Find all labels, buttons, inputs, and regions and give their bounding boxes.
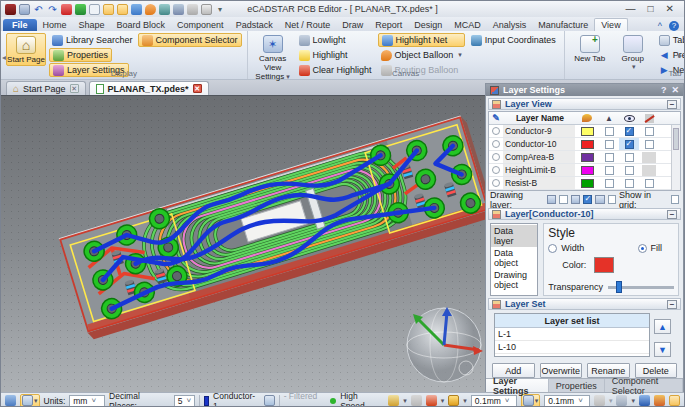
panel-tab-layer-settings[interactable]: Layer Settings: [486, 379, 549, 392]
grid-size-select-2[interactable]: 0.1mm: [544, 395, 590, 407]
decimal-places-select[interactable]: 5: [174, 395, 195, 407]
lock-checkbox[interactable]: [645, 179, 654, 188]
highlight-net-button[interactable]: Highlight Net: [378, 33, 465, 47]
properties-button[interactable]: Properties: [49, 48, 112, 62]
panel-header[interactable]: Layer Settings ? ✕: [486, 84, 683, 96]
panel-help-icon[interactable]: ?: [661, 84, 667, 96]
undo-icon[interactable]: [33, 4, 44, 15]
hole-mode-icon[interactable]: [448, 395, 459, 406]
ribbon-overflow-right-icon[interactable]: ▸: [678, 51, 682, 60]
filter-status[interactable]: - Filtered -: [284, 391, 323, 407]
tab-manufacture[interactable]: Manufacture: [532, 19, 594, 31]
tab-home[interactable]: Home: [37, 19, 73, 31]
cell-icon[interactable]: [173, 4, 184, 15]
group-tabs-button[interactable]: Group: [613, 33, 653, 72]
new-tab-button[interactable]: New Tab: [570, 33, 610, 64]
qat-overflow-icon[interactable]: ▾: [218, 5, 222, 14]
layer-radio[interactable]: [492, 153, 500, 161]
tab-analysis[interactable]: Analysis: [487, 19, 533, 31]
visible-checkbox[interactable]: [625, 153, 634, 162]
select-checkbox[interactable]: [605, 140, 614, 149]
list-item-drawing-object[interactable]: Drawing object: [491, 269, 537, 291]
collapse-layer-set-icon[interactable]: −: [667, 300, 677, 309]
select-checkbox[interactable]: [605, 127, 614, 136]
layer-row-conductor-10[interactable]: Conductor-10: [489, 138, 680, 151]
object-balloon-icon[interactable]: [145, 4, 156, 15]
layer-pair-icon[interactable]: [264, 395, 275, 406]
ribbon-collapse-icon[interactable]: ^: [658, 21, 662, 31]
active-layer-label[interactable]: Conductor-1: [213, 391, 260, 407]
tab-list-button[interactable]: Tab List: [656, 33, 685, 47]
detail-list[interactable]: Data layer Data object Drawing object: [490, 223, 538, 296]
save-icon[interactable]: [19, 4, 30, 15]
fill-radio[interactable]: [638, 244, 647, 253]
select-checkbox[interactable]: [605, 153, 614, 162]
maximize-button[interactable]: □: [648, 2, 654, 16]
layer-set-list[interactable]: Layer set list L-1 L-10: [494, 313, 650, 357]
search-icon[interactable]: [639, 395, 650, 406]
visible-checkbox[interactable]: [625, 179, 634, 188]
layer-color-swatch[interactable]: [581, 140, 594, 149]
layer-settings-quick-icon[interactable]: [654, 395, 665, 406]
move-down-button[interactable]: ▼: [654, 342, 671, 357]
show-in-grid-checkbox[interactable]: [671, 195, 680, 204]
highlight-icon[interactable]: [103, 4, 114, 15]
close-doc-icon[interactable]: ✕: [70, 84, 79, 93]
close-doc-icon-active[interactable]: ✕: [193, 84, 202, 93]
transparency-slider[interactable]: [608, 281, 674, 293]
app-logo-icon[interactable]: [5, 4, 16, 15]
doc-tab-start-page[interactable]: ⌂ Start Page ✕: [6, 81, 86, 95]
collapse-layer-detail-icon[interactable]: −: [667, 210, 677, 219]
net-route-icon[interactable]: [131, 4, 142, 15]
layer-row-comparea-b[interactable]: CompArea-B: [489, 151, 680, 164]
layer-radio[interactable]: [492, 140, 500, 148]
grid-toggle-button[interactable]: ▾: [521, 394, 541, 407]
tab-board-block[interactable]: Board Block: [111, 19, 172, 31]
object-balloon-button[interactable]: Object Balloon: [378, 48, 465, 62]
panel-tab-properties[interactable]: Properties: [549, 379, 605, 392]
drawing-layer-checkbox-1[interactable]: [559, 195, 568, 204]
drawing-layer-checkbox-3[interactable]: [608, 195, 617, 204]
redo-icon[interactable]: [47, 4, 58, 15]
layer-color-swatch[interactable]: [581, 127, 594, 136]
panel-tab-component-selector[interactable]: Component Selector: [605, 379, 683, 392]
delete-icon[interactable]: [61, 4, 72, 15]
minimize-button[interactable]: —: [626, 2, 636, 16]
grid-icon[interactable]: [75, 4, 86, 15]
grid-size-select-1[interactable]: 0.1mm: [471, 395, 517, 407]
move-up-button[interactable]: ▲: [654, 319, 671, 334]
tab-padstack[interactable]: Padstack: [230, 19, 279, 31]
layer-color-swatch[interactable]: [581, 166, 594, 175]
tab-view[interactable]: View: [594, 18, 627, 31]
layer-radio[interactable]: [492, 179, 500, 187]
tab-report[interactable]: Report: [369, 19, 408, 31]
lock-checkbox[interactable]: [645, 140, 654, 149]
highlight-button[interactable]: Highlight: [296, 48, 375, 62]
layer-view-header[interactable]: Layer View −: [488, 98, 681, 110]
zoom-window-icon[interactable]: [89, 4, 100, 15]
cut-icon[interactable]: [187, 4, 198, 15]
width-radio[interactable]: [548, 244, 557, 253]
edit-icon[interactable]: [669, 395, 680, 406]
highlight-net-icon[interactable]: [117, 4, 128, 15]
list-item-data-object[interactable]: Data object: [491, 247, 537, 269]
component-selector-button[interactable]: Component Selector: [138, 33, 242, 47]
paste-icon[interactable]: [201, 4, 212, 15]
pcb-canvas[interactable]: [1, 96, 487, 392]
layer-set-item[interactable]: L-10: [495, 341, 649, 354]
visible-checkbox[interactable]: [625, 140, 634, 149]
panel-close-icon[interactable]: ✕: [671, 84, 679, 96]
tab-draw[interactable]: Draw: [336, 19, 369, 31]
collapse-layer-view-icon[interactable]: −: [667, 100, 677, 109]
drawing-layer-checkbox-2[interactable]: [583, 195, 592, 204]
canvas-mode-button[interactable]: ▾: [20, 394, 40, 407]
layer-color-swatch[interactable]: [581, 153, 594, 162]
layer-row-conductor-9[interactable]: Conductor-9: [489, 125, 680, 138]
library-searcher-button[interactable]: Library Searcher: [49, 33, 136, 47]
input-coordinates-icon[interactable]: [159, 4, 170, 15]
list-item-data-layer[interactable]: Data layer: [491, 225, 537, 247]
visible-checkbox[interactable]: [625, 127, 634, 136]
fill-color-swatch[interactable]: [594, 257, 614, 273]
route-mode-icon[interactable]: [388, 395, 399, 406]
layer-radio[interactable]: [492, 127, 500, 135]
